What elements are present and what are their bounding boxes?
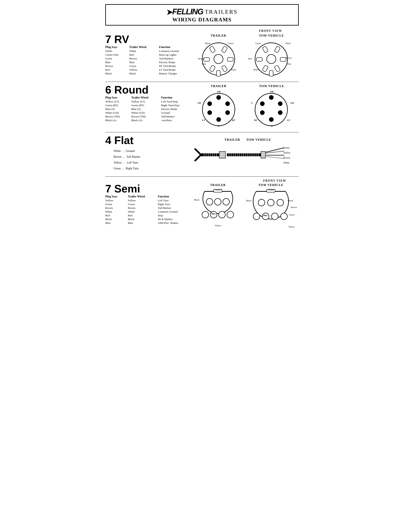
svg-point-1	[214, 54, 223, 63]
6round-left: 6 Round Plug Says Trailer Wired Function…	[105, 84, 193, 122]
7s-cell-4-0: Red	[105, 214, 128, 217]
7rv-table: Plug Says Trailer Wired Function WhiteWh…	[105, 45, 193, 76]
table-row: YellowYellowLeft Turn	[105, 199, 193, 203]
7rv-cell-6-2: Battery Charger	[159, 72, 193, 76]
svg-point-71	[219, 211, 225, 218]
svg-point-76	[267, 199, 274, 206]
6r-cell-2-0: Blue (S)	[105, 107, 131, 111]
7rv-cell-1-1: Red	[129, 53, 159, 57]
7rv-t-brown: Brown	[198, 57, 204, 60]
table-row: Center PoleRedBack-up Lights	[105, 53, 193, 57]
7s-cell-1-1: Green	[128, 203, 158, 206]
svg-point-75	[258, 199, 265, 206]
7rv-t-blue: Blue	[202, 63, 206, 65]
7st-blue: Blue	[212, 213, 215, 215]
7s-cell-2-1: Brown	[128, 206, 158, 210]
7semi-col3: Function	[158, 195, 193, 199]
6r-cell-3-2: Ground	[161, 111, 193, 115]
7s-cell-5-0: Black	[105, 217, 128, 221]
svg-point-72	[227, 211, 234, 218]
4flat-tow-group: TOW VEHICLE	[246, 138, 271, 142]
6r-cell-1-1: Green (RT)	[131, 103, 161, 107]
7s-cell-3-0: White	[105, 210, 128, 214]
7rv-cell-2-2: Tail Markers	[159, 57, 193, 60]
svg-rect-14	[280, 57, 286, 61]
4flat-item-3: Yellow . . . Left Turn	[114, 160, 193, 166]
6round-trailer-svg	[201, 89, 237, 127]
4flat-trailer-group: TRAILER	[224, 138, 240, 142]
table-row: WhiteWhiteCommon Ground	[105, 49, 193, 53]
7s-cell-3-1: White	[128, 210, 158, 214]
6rt-tm: TM	[217, 90, 221, 93]
7rv-tow-diagram: TOW VEHICLE Green Black	[251, 34, 292, 77]
7s-cell-5-1: Black	[128, 217, 158, 221]
7semi-left: 7 Semi Plug Says Trailer Wired Function …	[105, 183, 193, 225]
7rv-cell-4-0: Brown	[105, 64, 129, 68]
svg-point-20	[207, 101, 212, 106]
7rv-tow-label: TOW VEHICLE	[259, 34, 284, 38]
6round-col2: Trailer Wired	[131, 96, 161, 100]
6r-cell-1-2: Right Turn/Stop	[161, 103, 193, 107]
7semi-front-label: FRONT VIEW	[105, 179, 299, 183]
4flat-tow-label: TOW VEHICLE	[246, 138, 271, 141]
table-row: BlackBlackID & Marker	[105, 217, 193, 221]
table-row: BrownGreenRT Turn/Brake	[105, 64, 193, 68]
svg-point-21	[225, 101, 230, 106]
7semi-diagrams: TRAILER	[193, 183, 299, 235]
7rv-cell-3-1: Blue	[129, 60, 159, 64]
7rv-cell-5-1: Yellow	[129, 68, 159, 72]
4flat-diagram-svg: Green Yellow Brown White	[193, 142, 303, 168]
7rv-v-green: Green	[255, 42, 261, 44]
7rv-t-black: Black	[205, 42, 210, 44]
svg-rect-13	[256, 57, 262, 61]
4flat-diagrams: TRAILER TOW VEHICLE	[193, 138, 303, 168]
7s-cell-2-2: Tail/Marker	[158, 206, 193, 210]
6r-cell-3-1: White (GD)	[131, 111, 161, 115]
7rv-v-blue: Blue	[287, 63, 291, 65]
7rv-left: 7 RV Plug Says Trailer Wired Function Wh…	[105, 34, 193, 76]
svg-point-10	[267, 54, 276, 63]
svg-rect-42	[219, 152, 226, 158]
7rv-cell-3-0: Blue	[105, 60, 129, 64]
table-row: Yellow (LT)Yellow (LT)Left Turn/Stop	[105, 100, 193, 103]
7semi-title: 7 Semi	[105, 183, 193, 194]
7semi-col1: Plug Says	[105, 195, 128, 199]
4flat-item-2: Brown . . . Tail Marker	[114, 154, 193, 160]
7s-cell-4-1: Red	[128, 214, 158, 217]
svg-point-69	[202, 211, 209, 218]
6rt-rt: RT	[232, 119, 235, 121]
7sv-black-r: Black	[288, 199, 293, 202]
7s-cell-3-2: Common Ground	[158, 210, 193, 214]
7rv-cell-3-2: Electric Brake	[159, 60, 193, 64]
table-row: RedRedStop	[105, 214, 193, 217]
6r-cell-4-0: Brown (TM)	[105, 115, 131, 119]
6rv-lt: LT	[287, 119, 290, 121]
7rv-v-black: Black	[286, 42, 291, 44]
7semi-trailer-label: TRAILER	[210, 183, 226, 187]
7rv-t-white: White	[231, 68, 236, 71]
table-row: GreenBrownTail Markers	[105, 57, 193, 60]
6round-col3: Function	[161, 96, 193, 100]
brand-logo: ➤FELLING	[166, 7, 203, 17]
7sv-green: Green	[289, 213, 294, 216]
svg-point-81	[281, 213, 287, 220]
table-row: BlackBlackBattery Charger	[105, 72, 193, 76]
6round-trailer-diagram: TRAILER	[201, 84, 237, 127]
svg-rect-17	[269, 70, 273, 76]
svg-line-33	[195, 149, 201, 155]
7rv-cell-4-2: RT Turn/Brake	[159, 64, 193, 68]
table-row: Green (RT)Green (RT)Right Turn/Stop	[105, 103, 193, 107]
7semi-trailer-diagram: TRAILER	[199, 183, 237, 235]
7sv-white: White	[268, 189, 274, 191]
4flat-left: 4 Flat White . . . Ground Brown . . . Ta…	[105, 135, 193, 171]
section-7rv: 7 RV Plug Says Trailer Wired Function Wh…	[105, 34, 299, 77]
7semi-tow-diagram: TOW VEHICLE White	[249, 183, 293, 235]
6r-cell-4-1: Brown (TM)	[131, 115, 161, 119]
7st-black: Black	[194, 198, 200, 201]
6r-cell-0-0: Yellow (LT)	[105, 100, 131, 103]
6round-title: 6 Round	[105, 84, 193, 95]
table-row: GreenGreenRight Turn	[105, 203, 193, 206]
4flat-item-1: White . . . Ground	[114, 148, 193, 154]
6rv-gd: GD	[290, 102, 294, 104]
7semi-trailer-svg	[199, 188, 237, 235]
